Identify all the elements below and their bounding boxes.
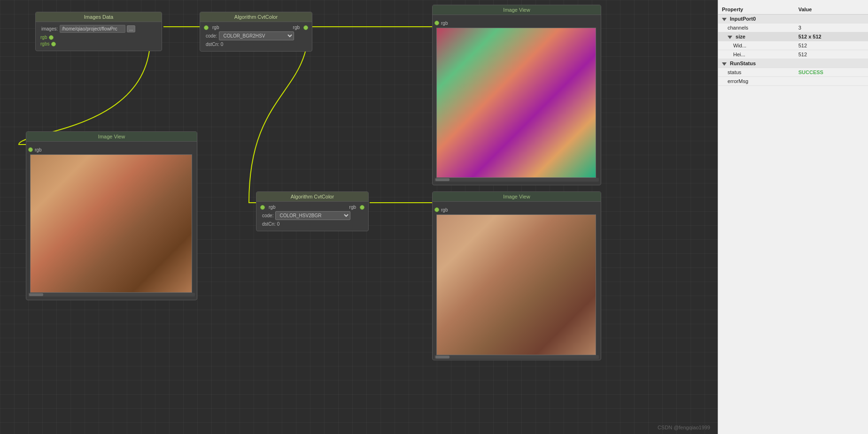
algo2-code-select[interactable]: COLOR_HSV2BGR [275, 211, 350, 220]
status-name: status [718, 68, 795, 77]
image-view-top-scrollbar-thumb [435, 178, 450, 181]
images-data-node: Images Data images: ... rgb rgbs [35, 12, 162, 51]
inputport0-expand-icon [722, 18, 727, 21]
algorithm-cvtcolor2-header: Algorithm CvtColor [256, 192, 368, 202]
watermark: CSDN @fengqiao1999 [658, 425, 710, 430]
height-name: Hei... [718, 50, 795, 59]
runstatus-row[interactable]: RunStatus [718, 59, 868, 68]
image-view-bottom-node: Image View rgb [432, 191, 601, 360]
height-value: 512 [795, 50, 868, 59]
inputport0-label: InputPort0 [730, 16, 756, 22]
runstatus-label: RunStatus [730, 61, 756, 66]
algo2-dstcn: dstCn: 0 [262, 221, 279, 227]
image-view-bottom-canvas [436, 214, 596, 355]
image-view-bottom-in-label: rgb [441, 207, 448, 213]
algorithm-cvtcolor1-node: Algorithm CvtColor rgb rgb code: COLOR_B… [200, 12, 312, 52]
size-value: 512 x 512 [795, 32, 868, 41]
algo1-in-port[interactable] [204, 25, 209, 30]
width-row: Wid... 512 [718, 41, 868, 50]
rgbs-out-label: rgbs [40, 41, 49, 46]
rgbs-out-port[interactable] [51, 42, 56, 46]
image-view-top-header: Image View [433, 5, 601, 15]
image-view-bottom-in-port[interactable] [434, 207, 439, 212]
image-view-left-in-label: rgb [35, 147, 41, 152]
algorithm-cvtcolor1-header: Algorithm CvtColor [200, 12, 312, 22]
image-view-left-node: Image View rgb [26, 131, 197, 300]
width-value: 512 [795, 41, 868, 50]
browse-button[interactable]: ... [127, 25, 135, 32]
property-col-header: Property [718, 5, 795, 15]
channels-name: channels [718, 23, 795, 32]
rgb-out-label: rgb [40, 35, 47, 40]
canvas-area[interactable]: Images Data images: ... rgb rgbs Algorit… [0, 0, 718, 434]
size-row[interactable]: size 512 x 512 [718, 32, 868, 41]
images-input[interactable] [60, 25, 125, 33]
runstatus-expand-icon [722, 62, 727, 66]
algo1-out-label: rgb [293, 25, 300, 30]
image-view-top-node: Image View rgb [432, 5, 601, 185]
images-data-header: Images Data [36, 12, 162, 22]
status-row: status SUCCESS [718, 68, 868, 77]
right-panel: Property Value InputPort0 channels 3 [718, 0, 868, 434]
image-view-top-canvas [436, 28, 596, 178]
images-label: images: [41, 26, 58, 31]
image-view-left-canvas [30, 154, 192, 293]
algo1-code-select[interactable]: COLOR_BGR2HSV [219, 31, 294, 40]
algo2-out-label: rgb [349, 205, 356, 210]
rgb-out-port[interactable] [49, 35, 54, 40]
status-value: SUCCESS [795, 68, 868, 77]
errormsg-row: errorMsg [718, 77, 868, 86]
channels-row: channels 3 [718, 23, 868, 32]
image-view-left-in-port[interactable] [28, 147, 33, 152]
value-col-header: Value [795, 5, 868, 15]
size-label: size [736, 34, 745, 39]
algo1-in-label: rgb [212, 25, 219, 30]
size-expand-icon [728, 36, 732, 39]
property-table: Property Value InputPort0 channels 3 [718, 5, 868, 86]
errormsg-name: errorMsg [718, 77, 795, 86]
algorithm-cvtcolor2-node: Algorithm CvtColor rgb rgb code: COLOR_H… [256, 191, 369, 231]
channels-value: 3 [795, 23, 868, 32]
image-view-top-scrollbar-h[interactable] [434, 178, 599, 182]
image-view-bottom-scrollbar-h[interactable] [434, 355, 599, 359]
algo1-dstcn: dstCn: 0 [206, 42, 223, 47]
height-row: Hei... 512 [718, 50, 868, 59]
image-view-bottom-header: Image View [433, 192, 601, 202]
image-view-left-scrollbar-thumb [29, 293, 43, 296]
image-view-top-in-label: rgb [441, 21, 448, 26]
algo2-in-label: rgb [269, 205, 275, 210]
image-view-bottom-scrollbar-thumb [435, 356, 450, 358]
algo1-out-port[interactable] [303, 25, 308, 30]
image-view-left-scrollbar-h[interactable] [28, 293, 195, 297]
inputport0-row[interactable]: InputPort0 [718, 15, 868, 23]
algo1-code-label: code: [206, 33, 217, 38]
algo2-in-port[interactable] [260, 205, 265, 210]
errormsg-value [795, 77, 868, 86]
algo2-out-port[interactable] [360, 205, 364, 210]
algo2-code-label: code: [262, 213, 273, 218]
image-view-top-in-port[interactable] [434, 21, 439, 25]
image-view-left-header: Image View [26, 132, 197, 142]
width-name: Wid... [718, 41, 795, 50]
